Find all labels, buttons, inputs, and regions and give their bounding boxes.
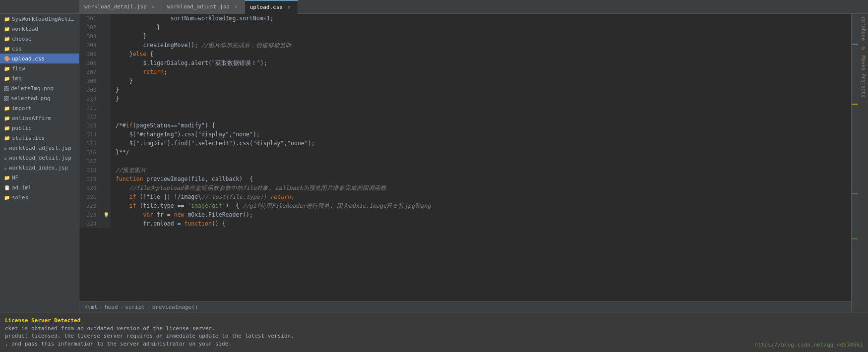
line-code: } [111,85,851,94]
line-number: 302 [79,23,102,32]
line-gutter [102,76,111,85]
sidebar-item-onlineAffirm[interactable]: 📁onlineAffirm [0,113,79,123]
sidebar-file-icon: 🎨 [4,56,10,61]
breadcrumb-item: previewImage() [152,304,198,310]
sidebar-item-workload[interactable]: 📁workload [0,24,79,34]
line-code: var fr = new mOxie.FileReader(); [111,210,851,219]
breadcrumb-item: script [125,304,145,310]
sidebar-file-icon: 🖼 [4,96,9,101]
sidebar-item-choose[interactable]: 📁choose [0,34,79,44]
line-number: 322 [79,201,102,210]
sidebar-file-icon: 📁 [4,125,10,131]
line-number: 311 [79,103,102,112]
sidebar-item-upload-css[interactable]: 🎨upload.css [0,54,79,63]
line-gutter [102,32,111,41]
sidebar-item-workload-detail-jsp[interactable]: ☕workload_detail.jsp [0,153,79,163]
line-number: 309 [79,85,102,94]
line-code [111,157,851,166]
line-gutter [102,139,111,148]
line-number: 310 [79,94,102,103]
line-gutter [102,41,111,50]
status-line-2: product licensed, the license server req… [5,332,863,340]
line-gutter [102,121,111,130]
status-url[interactable]: https://blog.csdn.net/qq_40634961 [754,342,863,348]
vtab-maven[interactable]: Maven Projects [859,53,868,100]
sidebar-item-workload-adjust-jsp[interactable]: ☕workload_adjust.jsp [0,143,79,153]
sidebar-item-css[interactable]: 📁css [0,44,79,54]
sidebar-item-img[interactable]: 📁img [0,73,79,83]
table-row: 307 return; [79,67,851,76]
code-content[interactable]: 301 sortNum=workloadImg.sortNum+1;302 }3… [79,14,851,301]
vtab-m[interactable]: m [859,44,868,53]
sidebar-item-public[interactable]: 📁public [0,123,79,133]
line-number: 313 [79,121,102,130]
line-code [111,103,851,112]
line-code: if (file.type == 'image/gif') { //gif使用F… [111,201,851,210]
tab-close-icon[interactable]: × [150,3,157,10]
line-code: //file为plupload事件监听函数参数中的file对象, callbac… [111,183,851,192]
line-code: }**/ [111,148,851,157]
tab-workload_detail-jsp[interactable]: workload_detail.jsp× [79,0,162,14]
line-number: 315 [79,139,102,148]
sidebar-item-label: workload_adjust.jsp [9,145,71,151]
line-code [111,112,851,121]
editor-area: 301 sortNum=workloadImg.sortNum+1;302 }3… [79,14,851,312]
sidebar-item-flow[interactable]: 📁flow [0,63,79,73]
tab-workload_adjust-jsp[interactable]: workload_adjust.jsp× [162,0,245,14]
scroll-markers[interactable] [851,14,858,312]
line-gutter [102,175,111,183]
sidebar-item-NF[interactable]: 📁NF [0,173,79,182]
tab-close-icon[interactable]: × [233,3,240,10]
sidebar-file-icon: 📁 [4,16,10,22]
tab-close-icon[interactable]: × [286,4,293,11]
line-number: 320 [79,183,102,192]
line-gutter [102,85,111,94]
line-number: 318 [79,166,102,175]
sidebar-item-selected-png[interactable]: 🖼selected.png [0,93,79,103]
line-gutter [102,112,111,121]
line-gutter [102,14,111,23]
line-number: 324 [79,219,102,228]
sidebar-item-label: flow [12,65,25,72]
status-bar: License Server Detected cket is obtained… [0,312,868,352]
sidebar-item-SysWorkloadImgAction[interactable]: 📁SysWorkloadImgAction [0,14,79,24]
tab-upload-css[interactable]: upload.css× [245,0,298,14]
sidebar-file-icon: 📁 [4,36,10,42]
vtab-database[interactable]: database [859,14,868,44]
sidebar-file-icon: 📁 [4,76,10,81]
sidebar-file-icon: 🖼 [4,86,9,91]
sidebar-item-label: onlineAffirm [12,115,51,121]
line-gutter [102,192,111,201]
sidebar-item-workload-index-jsp[interactable]: ☕workload_index.jsp [0,163,79,173]
sidebar-item-deleteImg-png[interactable]: 🖼deleteImg.png [0,83,79,93]
sidebar-item-label: deleteImg.png [11,85,54,92]
line-number: 319 [79,175,102,183]
status-title: License Server Detected [5,317,863,324]
sidebar-file-icon: ☕ [4,145,7,151]
line-code: function previewImage(file, callback) { [111,175,851,183]
table-row: 321 if (!file || !/image\//.test(file.ty… [79,192,851,201]
sidebar-item-statistics[interactable]: 📁statistics [0,133,79,143]
tab-label: workload_detail.jsp [84,3,147,10]
line-code: fr.onload = function() { [111,219,851,228]
table-row: 303 } [79,32,851,41]
sidebar-item-soles[interactable]: 📁soles [0,192,79,202]
line-code: $.ligerDialog.alert("获取数据错误！"); [111,59,851,67]
sidebar-item-label: NF [12,175,18,181]
gutter-icon[interactable]: 💡 [103,212,109,218]
line-code: return; [111,67,851,76]
table-row: 302 } [79,23,851,32]
line-gutter [102,201,111,210]
sidebar-item-import[interactable]: 📁import [0,103,79,113]
table-row: 306 $.ligerDialog.alert("获取数据错误！"); [79,59,851,67]
line-gutter [102,183,111,192]
sidebar-file-icon: 📁 [4,106,10,111]
sidebar-item-ad-iml[interactable]: 📋ad.iml [0,182,79,192]
sidebar-file-icon: 📁 [4,26,10,32]
line-gutter: 💡 [102,210,111,219]
line-number: 304 [79,41,102,50]
line-code: } [111,23,851,32]
line-number: 317 [79,157,102,166]
table-row: 308 } [79,76,851,85]
sidebar: 📁SysWorkloadImgAction📁workload📁choose📁cs… [0,14,79,312]
